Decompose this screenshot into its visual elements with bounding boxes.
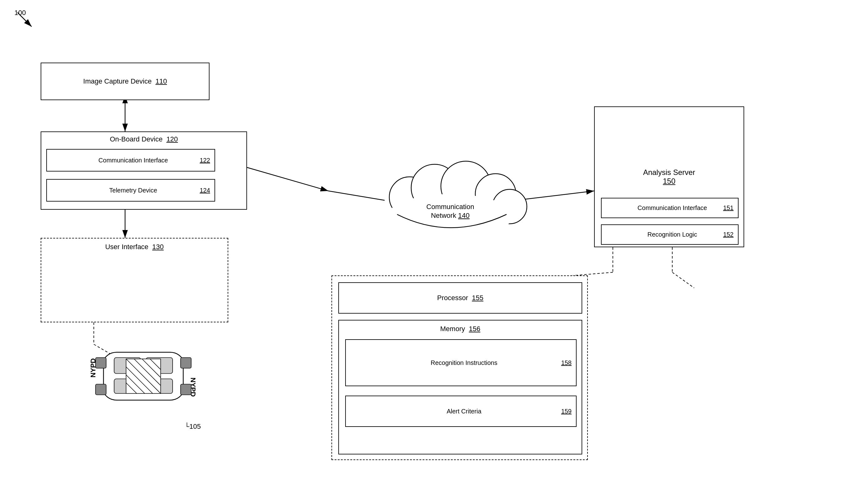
svg-line-32 <box>150 359 161 370</box>
user-interface-ref: 130 <box>152 243 164 251</box>
user-interface-box: User Interface 130 <box>41 238 228 322</box>
svg-point-14 <box>389 177 430 218</box>
svg-point-16 <box>441 161 491 211</box>
svg-point-19 <box>388 194 513 238</box>
svg-point-13 <box>385 172 516 241</box>
recognition-logic-label: Recognition Logic <box>607 231 738 238</box>
memory-label: Memory <box>440 325 465 333</box>
on-board-ref: 120 <box>166 135 178 143</box>
telemetry-ref: 124 <box>200 187 210 194</box>
analysis-server-box: Analysis Server 150 Communication Interf… <box>594 107 744 247</box>
diagram-ref-100: 100 <box>14 9 26 17</box>
svg-rect-40 <box>181 384 192 395</box>
svg-line-34 <box>126 383 137 393</box>
telemetry-device-box: Telemetry Device 124 <box>46 179 215 202</box>
svg-point-15 <box>411 164 458 211</box>
processor-box: Processor 155 <box>338 282 582 314</box>
svg-line-33 <box>126 375 145 394</box>
svg-line-7 <box>328 191 385 200</box>
analysis-server-ref: 150 <box>663 177 675 185</box>
svg-rect-26 <box>146 379 173 394</box>
comm-interface-box: Communication Interface 122 <box>46 149 215 171</box>
memory-ref: 156 <box>469 325 480 333</box>
recognition-logic-ref: 152 <box>723 231 734 238</box>
svg-line-28 <box>126 359 161 394</box>
comm-interface-ref: 122 <box>200 157 210 164</box>
svg-line-6 <box>247 168 328 191</box>
recognition-logic-box: Recognition Logic 152 <box>601 224 738 245</box>
comm-interface-label: Communication Interface <box>52 157 215 164</box>
telemetry-label: Telemetry Device <box>52 187 215 194</box>
processor-memory-outer-box: Processor 155 Memory 156 Recognition Ins… <box>331 275 588 460</box>
recognition-instructions-box: Recognition Instructions 158 <box>345 339 577 386</box>
svg-rect-22 <box>103 352 183 400</box>
svg-rect-23 <box>114 358 141 374</box>
svg-point-18 <box>493 189 527 224</box>
alert-criteria-ref: 159 <box>561 408 571 415</box>
svg-text:NYPD: NYPD <box>90 358 97 378</box>
recognition-instructions-label: Recognition Instructions <box>431 359 497 366</box>
svg-line-12 <box>672 272 694 288</box>
user-interface-label: User Interface <box>105 243 148 251</box>
comm-interface-server-box: Communication Interface 151 <box>601 198 738 218</box>
police-car-ref: └105 <box>185 422 201 431</box>
svg-line-5 <box>94 344 153 379</box>
svg-text:NYPD: NYPD <box>189 378 197 396</box>
image-capture-device-box: Image Capture Device 110 <box>41 63 209 100</box>
processor-label: Processor <box>437 294 468 302</box>
recognition-instructions-ref: 158 <box>561 359 571 367</box>
svg-line-31 <box>142 359 161 378</box>
analysis-server-label: Analysis Server <box>643 168 695 177</box>
image-capture-ref: 110 <box>155 77 167 85</box>
svg-rect-25 <box>114 379 141 394</box>
svg-rect-38 <box>181 358 192 368</box>
svg-line-29 <box>126 367 153 393</box>
image-capture-label: Image Capture Device <box>83 77 152 85</box>
processor-ref: 155 <box>472 294 483 302</box>
comm-interface-server-ref: 151 <box>723 204 734 212</box>
memory-outer-box: Memory 156 Recognition Instructions 158 … <box>338 320 582 454</box>
svg-rect-24 <box>146 358 173 374</box>
svg-rect-37 <box>96 358 106 368</box>
alert-criteria-label: Alert Criteria <box>352 408 576 415</box>
svg-text:Communication: Communication <box>426 203 474 211</box>
alert-criteria-box: Alert Criteria 159 <box>345 395 577 427</box>
svg-line-30 <box>134 359 161 385</box>
svg-rect-39 <box>96 384 106 395</box>
svg-text:Network 140: Network 140 <box>431 212 469 219</box>
on-board-device-box: On-Board Device 120 Communication Interf… <box>41 131 247 210</box>
svg-rect-27 <box>126 359 161 394</box>
svg-point-17 <box>475 174 516 214</box>
svg-line-8 <box>516 191 594 200</box>
on-board-label: On-Board Device <box>110 135 163 143</box>
comm-interface-server-label: Communication Interface <box>607 204 738 212</box>
